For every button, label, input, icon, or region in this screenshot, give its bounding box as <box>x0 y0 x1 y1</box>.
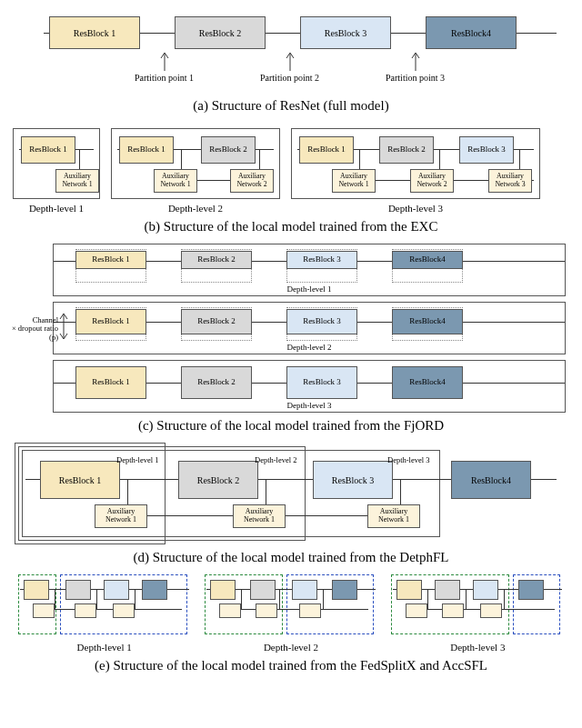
aux-net-1: Auxiliary Network 1 <box>332 169 376 193</box>
resblock-2: ResBlock 2 <box>201 136 256 164</box>
arrow-up-icon <box>411 51 420 71</box>
panel-d-wrap: ResBlock 1 ResBlock 2 ResBlock 3 ResBloc… <box>15 443 567 544</box>
panel-c-depth2: ResBlock 1 ResBlock 2 ResBlock 3 ResBloc… <box>53 302 566 354</box>
arrow-up-icon <box>160 51 169 71</box>
resblock-1: ResBlock 1 <box>75 251 146 269</box>
channel-dropout-label: Channel × dropout ratio (p) <box>2 316 58 342</box>
panel-c-depth3: ResBlock 1 ResBlock 2 ResBlock 3 ResBloc… <box>53 360 566 413</box>
panel-d: ResBlock 1 ResBlock 2 ResBlock 3 ResBloc… <box>7 443 575 565</box>
resblock-4: ResBlock4 <box>392 309 463 334</box>
panel-b-depth3: ResBlock 1 ResBlock 2 ResBlock 3 Auxilia… <box>291 128 540 214</box>
aux-net <box>219 603 241 618</box>
resblock-1 <box>396 580 422 600</box>
resblock-3: ResBlock 3 <box>286 251 357 269</box>
aux-net-1: Auxiliary Network 1 <box>95 504 147 528</box>
aux-net <box>406 603 427 618</box>
resblock-1: ResBlock 1 <box>49 16 140 49</box>
depth-label-1: Depth-level 1 <box>116 455 159 464</box>
aux-net-1: Auxiliary Network 1 <box>233 504 286 528</box>
resblock-2 <box>435 580 460 600</box>
depth-label-2: Depth-level 2 <box>111 203 280 214</box>
panel-c: ResBlock 1 ResBlock 2 ResBlock 3 ResBloc… <box>7 244 575 434</box>
resblock-3 <box>473 580 498 600</box>
resblock-3 <box>292 580 317 600</box>
resblock-1 <box>210 580 236 600</box>
panel-e: Depth-level 1 Depth-level 2 <box>7 574 575 673</box>
resblock-4 <box>518 580 544 600</box>
depth-label-2: Depth-level 2 <box>205 642 377 653</box>
caption-a: (a) Structure of ResNet (full model) <box>7 98 575 114</box>
panel-e-depth3: Depth-level 3 <box>391 574 564 653</box>
resblock-2: ResBlock 2 <box>178 461 258 499</box>
depth-label-3: Depth-level 3 <box>291 203 540 214</box>
resblock-4 <box>332 580 357 600</box>
double-arrow-icon <box>58 313 69 340</box>
resblock-1: ResBlock 1 <box>119 136 174 164</box>
resblock-2: ResBlock 2 <box>175 16 266 49</box>
panel-c-depth1: ResBlock 1 ResBlock 2 ResBlock 3 ResBloc… <box>53 244 566 296</box>
pp3-label: Partition point 3 <box>386 73 445 83</box>
aux-net <box>442 603 464 618</box>
depth-label-2: Depth-level 2 <box>286 343 331 352</box>
resblock-2: ResBlock 2 <box>181 366 252 399</box>
aux-net-2: Auxiliary Network 2 <box>230 169 274 193</box>
panel-b-depth2: ResBlock 1 ResBlock 2 Auxiliary Network … <box>111 128 280 214</box>
panel-e-depth1: Depth-level 1 <box>18 574 191 653</box>
caption-b: (b) Structure of the local model trained… <box>7 219 575 234</box>
resblock-4 <box>142 580 167 600</box>
pp2-label: Partition point 2 <box>260 73 319 83</box>
aux-net <box>75 603 96 618</box>
aux-net <box>480 603 502 618</box>
resblock-1 <box>24 580 49 600</box>
depth-label-3: Depth-level 3 <box>391 642 564 653</box>
aux-net <box>256 603 277 618</box>
resblock-4: ResBlock4 <box>426 16 517 49</box>
resblock-1: ResBlock 1 <box>299 136 354 164</box>
resblock-3: ResBlock 3 <box>286 366 357 399</box>
resblock-1: ResBlock 1 <box>40 461 120 499</box>
partition-point-3: Partition point 3 <box>386 51 445 83</box>
resblock-4: ResBlock4 <box>451 461 531 499</box>
panel-b-depth1: ResBlock 1 Auxiliary Network 1 Depth-lev… <box>13 128 100 214</box>
aux-net <box>33 603 55 618</box>
caption-c: (c) Structure of the local model trained… <box>7 418 575 434</box>
panel-e-row: Depth-level 1 Depth-level 2 <box>11 574 571 653</box>
caption-e: (e) Structure of the local model trained… <box>7 658 575 673</box>
depth-label-1: Depth-level 1 <box>18 642 191 653</box>
panel-b: ResBlock 1 Auxiliary Network 1 Depth-lev… <box>7 123 575 234</box>
caption-d: (d) Structure of the local model trained… <box>7 550 575 565</box>
resblock-3: ResBlock 3 <box>459 136 514 164</box>
resblock-3 <box>104 580 129 600</box>
aux-net <box>299 603 321 618</box>
panel-b-row: ResBlock 1 Auxiliary Network 1 Depth-lev… <box>13 123 575 214</box>
resblock-4: ResBlock4 <box>392 366 463 399</box>
pp1-label: Partition point 1 <box>135 73 194 83</box>
resblock-2 <box>65 580 91 600</box>
resblock-2 <box>250 580 276 600</box>
aux-net-2: Auxiliary Network 2 <box>410 169 454 193</box>
panel-e-depth2: Depth-level 2 <box>205 574 377 653</box>
depth-label-1: Depth-level 1 <box>13 203 100 214</box>
panel-a: ResBlock 1 ResBlock 2 ResBlock 3 ResBloc… <box>7 16 575 114</box>
panel-a-row: ResBlock 1 ResBlock 2 ResBlock 3 ResBloc… <box>44 16 557 67</box>
resblock-2: ResBlock 2 <box>181 309 252 334</box>
partition-point-1: Partition point 1 <box>135 51 194 83</box>
depth-label-1: Depth-level 1 <box>286 284 331 294</box>
aux-net-1: Auxiliary Network 1 <box>55 169 99 193</box>
depth-label-3: Depth-level 3 <box>286 401 331 410</box>
resblock-3: ResBlock 3 <box>286 309 357 334</box>
aux-net-1: Auxiliary Network 1 <box>154 169 197 193</box>
aux-net-3: Auxiliary Network 3 <box>488 169 532 193</box>
resblock-2: ResBlock 2 <box>379 136 434 164</box>
aux-net <box>113 603 135 618</box>
depth-label-3: Depth-level 3 <box>387 455 430 464</box>
arrow-up-icon <box>286 51 295 71</box>
resblock-1: ResBlock 1 <box>75 366 146 399</box>
resblock-1: ResBlock 1 <box>21 136 75 164</box>
resblock-1: ResBlock 1 <box>75 309 146 334</box>
resblock-3: ResBlock 3 <box>313 461 393 499</box>
partition-point-2: Partition point 2 <box>260 51 319 83</box>
aux-net-1: Auxiliary Network 1 <box>367 504 420 528</box>
depth-label-2: Depth-level 2 <box>255 455 297 464</box>
resblock-3: ResBlock 3 <box>300 16 391 49</box>
